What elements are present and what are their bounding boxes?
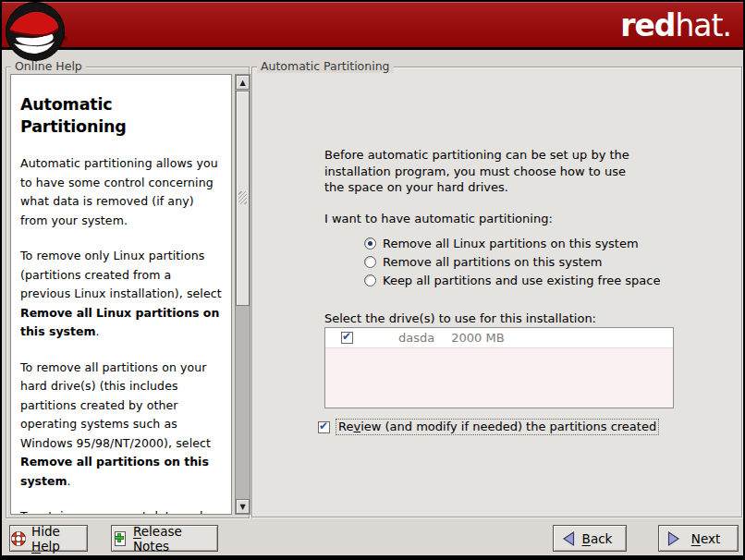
radio-option[interactable]: Remove all Linux partitions on this syst… <box>364 234 660 252</box>
release-notes-button[interactable]: Release Notes <box>111 525 218 552</box>
release-notes-icon <box>112 530 128 547</box>
review-checkbox[interactable]: ✔ <box>318 421 330 433</box>
help-paragraph: To remove all partitions on your hard dr… <box>20 359 223 492</box>
next-label: Next <box>691 531 720 546</box>
help-paragraph: To retain your current data and <box>20 507 223 515</box>
review-checkbox-row[interactable]: ✔ Review (and modify if needed) the part… <box>318 419 659 435</box>
redhat-wordmark: redhat. <box>620 6 731 45</box>
radio-label: Keep all partitions and use existing fre… <box>383 274 660 287</box>
scrollbar-grip-icon <box>238 191 247 204</box>
check-icon: ✔ <box>319 420 328 432</box>
back-button[interactable]: Back <box>553 525 627 552</box>
arrow-left-icon <box>561 530 576 547</box>
help-paragraph: Automatic partitioning allows you to hav… <box>20 154 223 230</box>
drive-size: 2000 MB <box>451 331 504 345</box>
radio-option[interactable]: Keep all partitions and use existing fre… <box>364 271 660 289</box>
drive-name: dasda <box>398 331 434 345</box>
help-paragraph: To remove only Linux partitions (partiti… <box>20 247 223 342</box>
help-content: Automatic Partitioning Automatic partiti… <box>11 75 231 515</box>
back-label: Back <box>582 531 613 546</box>
hide-help-label: Hide Help <box>31 524 87 554</box>
registered-mark: ® <box>61 35 67 43</box>
top-banner: redhat. <box>2 2 743 50</box>
radio-button[interactable] <box>364 274 376 286</box>
scroll-down-button[interactable]: ▼ <box>236 499 250 514</box>
wordmark-red: red <box>620 7 675 43</box>
hide-help-button[interactable]: Hide Help <box>9 525 88 552</box>
online-help-panel: Online Help Automatic Partitioning Autom… <box>6 67 250 518</box>
lifebuoy-icon <box>10 530 27 547</box>
help-paragraphs: Automatic partitioning allows you to hav… <box>20 154 223 515</box>
automatic-partitioning-panel: Automatic Partitioning Before automatic … <box>251 67 742 517</box>
check-icon: ✔ <box>342 330 351 343</box>
radio-label: Remove all Linux partitions on this syst… <box>383 237 639 250</box>
radio-group: Remove all Linux partitions on this syst… <box>364 234 660 289</box>
radio-button[interactable] <box>364 256 376 268</box>
arrow-right-icon <box>666 530 681 547</box>
redhat-shadowman-logo-icon <box>5 1 66 62</box>
help-scrollbar[interactable]: ▲ ▼ <box>235 74 250 515</box>
drives-label: Select the drive(s) to use for this inst… <box>324 311 596 325</box>
next-button[interactable]: Next <box>658 525 739 552</box>
scroll-up-button[interactable]: ▲ <box>236 75 250 90</box>
partitioning-prompt: I want to have automatic partitioning: <box>324 212 553 225</box>
radio-label: Remove all partitions on this system <box>383 255 602 269</box>
help-title: Automatic Partitioning <box>20 93 223 138</box>
review-checkbox-label: Review (and modify if needed) the partit… <box>336 419 659 435</box>
installer-window: redhat. ® Online Help Automatic Partitio… <box>0 0 745 560</box>
drive-checkbox[interactable]: ✔ <box>341 332 353 344</box>
wordmark-period: . <box>723 7 732 43</box>
drive-list-rows: ✔dasda2000 MB <box>325 328 673 348</box>
help-text-viewport: Automatic Partitioning Automatic partiti… <box>10 74 232 515</box>
drive-list[interactable]: ✔dasda2000 MB <box>324 327 674 408</box>
wordmark-hat: hat <box>675 7 722 43</box>
radio-button[interactable] <box>364 237 376 250</box>
arrow-down-icon: ▼ <box>239 503 245 511</box>
release-notes-label: Release Notes <box>133 524 217 554</box>
radio-dot-icon <box>368 241 372 246</box>
intro-text: Before automatic partitioning can be set… <box>324 147 694 196</box>
radio-option[interactable]: Remove all partitions on this system <box>364 252 660 271</box>
scrollbar-thumb[interactable] <box>236 91 250 306</box>
window-body: redhat. ® Online Help Automatic Partitio… <box>2 2 743 555</box>
arrow-up-icon: ▲ <box>239 79 245 87</box>
drive-row[interactable]: ✔dasda2000 MB <box>325 328 673 348</box>
main-frame-label: Automatic Partitioning <box>257 59 394 73</box>
